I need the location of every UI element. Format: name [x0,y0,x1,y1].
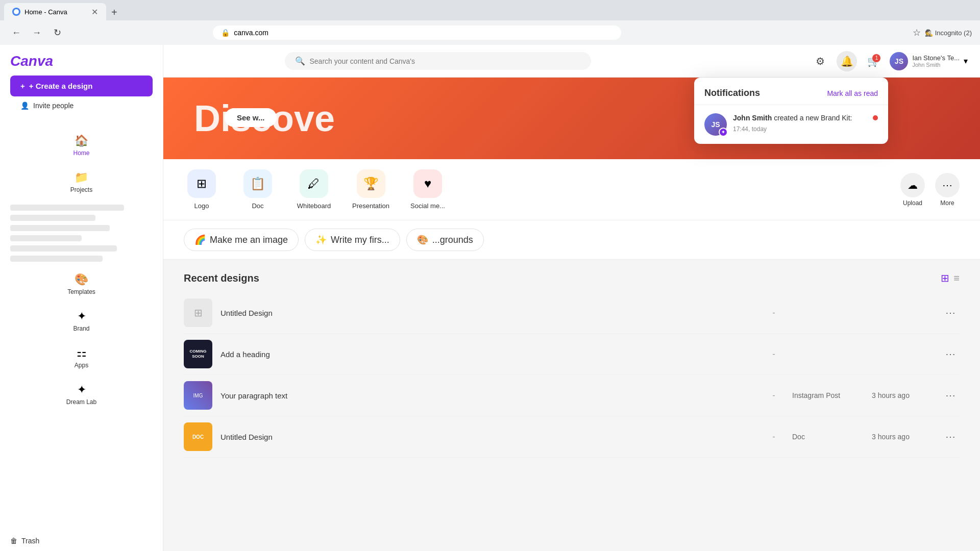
back-button[interactable]: ← [8,24,24,41]
sidebar-skeleton [0,201,163,266]
sidebar-apps-label: Apps [75,362,88,369]
make-image-label: Make me an image [210,235,288,245]
more-button[interactable]: ⋯ More [935,173,960,207]
section-title: Recent designs [184,272,259,284]
more-dots-icon: ⋯ [935,173,960,197]
invite-people-button[interactable]: 👤 Invite people [10,96,153,115]
list-view-button[interactable]: ≡ [953,272,960,284]
write-button[interactable]: ✨ Write my firs... [305,229,400,251]
quick-item-presentation[interactable]: 🏆 Presentation [352,169,389,210]
write-label: Write my firs... [331,235,389,245]
design-separator: - [764,391,784,400]
design-name[interactable]: Your paragraph text [220,391,755,400]
design-thumbnail: COMING SOON [184,340,212,368]
incognito-button[interactable]: 🕵 Incognito (2) [925,29,972,37]
search-input[interactable] [309,57,581,65]
backgrounds-button[interactable]: 🎨 ...grounds [406,229,484,251]
reload-button[interactable]: ↻ [49,24,65,41]
design-table: ⊞ Untitled Design - ⋯ COMING SOON Add a [184,292,960,458]
design-name[interactable]: Untitled Design [220,309,755,317]
thumb-text: DOC [192,434,204,440]
sidebar-item-dreamlab[interactable]: ✦ Dream Lab [4,377,159,412]
notif-user: John Smith [733,114,772,122]
upload-button[interactable]: ☁ Upload [900,173,925,207]
quick-item-doc[interactable]: 📋 Doc [240,169,276,210]
sidebar-item-apps[interactable]: ⚏ Apps [4,340,159,375]
sidebar-navigation: 🏠 Home 📁 Projects 🎨 [0,123,163,417]
unread-dot [873,115,878,120]
design-type: Doc [792,433,864,441]
quick-item-whiteboard[interactable]: 🖊 Whiteboard [296,169,332,210]
sidebar-item-projects[interactable]: 📁 Projects [4,165,159,199]
design-more-button[interactable]: ⋯ [941,305,960,321]
design-more-button[interactable]: ⋯ [941,429,960,445]
notification-title: Notifications [704,88,760,98]
logo-icon: ⊞ [187,169,216,198]
user-name: Ian Stone's Te... [912,54,960,62]
user-profile[interactable]: JS Ian Stone's Te... John Smith ▾ [890,52,968,70]
search-bar-container: 🔍 [285,52,591,70]
browser-toolbar: ← → ↻ 🔒 ☆ 🕵 Incognito (2) [0,20,980,45]
templates-icon: 🎨 [75,273,88,286]
url-input[interactable] [234,29,613,37]
quick-item-social[interactable]: ♥ Social me... [410,169,446,210]
sidebar-item-brand[interactable]: ✦ Brand [4,304,159,338]
design-more-button[interactable]: ⋯ [941,346,960,362]
notif-content: John Smith created a new Brand Kit: 17:4… [733,113,867,133]
sidebar-home-label: Home [73,149,89,157]
section-controls: ⊞ ≡ [941,272,960,284]
social-icon: ♥ [413,169,442,198]
sidebar-trash-button[interactable]: 🗑 Trash [0,531,163,551]
design-time: 3 hours ago [872,391,933,399]
design-more-button[interactable]: ⋯ [941,387,960,404]
notif-avatar-badge: ✦ [719,128,728,137]
user-details: Ian Stone's Te... John Smith [912,54,960,68]
settings-button[interactable]: ⚙ [810,51,830,71]
cart-button[interactable]: 🛒 1 [863,51,884,71]
design-time: 3 hours ago [872,433,933,441]
presentation-label: Presentation [352,202,389,210]
notif-avatar: JS ✦ [704,113,727,136]
design-name[interactable]: Untitled Design [220,433,755,441]
incognito-label: Incognito (2) [935,29,972,37]
design-thumbnail: IMG [184,381,212,410]
quick-right-buttons: ☁ Upload ⋯ More [900,173,960,207]
upload-icon: ☁ [900,173,925,197]
notification-header: Notifications Mark all as read [694,78,888,105]
top-bar-right: ⚙ 🔔 🛒 1 JS Ian Stone's Te... John Smith [810,51,968,71]
main-content: 🔍 ⚙ 🔔 🛒 1 JS [163,45,980,551]
sidebar-projects-label: Projects [70,186,92,193]
design-name[interactable]: Add a heading [220,350,755,359]
make-image-button[interactable]: 🌈 Make me an image [184,229,299,251]
active-tab[interactable]: Home - Canva ✕ [4,3,106,20]
presentation-icon: 🏆 [357,169,385,198]
lock-icon: 🔒 [221,29,230,37]
notif-text: John Smith created a new Brand Kit: [733,113,867,123]
create-design-button[interactable]: + + Create a design [10,76,153,96]
thumb-text: IMG [193,393,203,398]
sidebar-item-home[interactable]: 🏠 Home [4,128,159,163]
more-label: More [940,199,954,207]
grid-view-button[interactable]: ⊞ [941,272,949,284]
mark-all-read-button[interactable]: Mark all as read [827,89,878,97]
notifications-button[interactable]: 🔔 [837,51,857,71]
hero-content: Discove See w... [194,97,335,139]
sidebar-item-templates[interactable]: 🎨 Templates [4,267,159,302]
sidebar: Canva + + Create a design 👤 Invite peopl… [0,45,163,551]
bookmark-button[interactable]: ☆ [913,27,921,38]
forward-button[interactable]: → [29,24,45,41]
tab-favicon [12,8,20,16]
logo-label: Logo [194,202,209,210]
projects-icon: 📁 [75,171,88,184]
settings-icon: ⚙ [816,55,825,67]
design-type: Instagram Post [792,391,864,399]
sidebar-brand-label: Brand [73,325,89,332]
see-what-button[interactable]: See w... [225,108,277,127]
doc-label: Doc [252,202,263,210]
tab-close-icon[interactable]: ✕ [91,7,98,17]
table-row: COMING SOON Add a heading - ⋯ [184,334,960,375]
design-thumbnail: DOC [184,422,212,451]
create-btn-label: + Create a design [29,82,93,90]
quick-item-logo[interactable]: ⊞ Logo [184,169,219,210]
new-tab-button[interactable]: + [107,5,121,20]
